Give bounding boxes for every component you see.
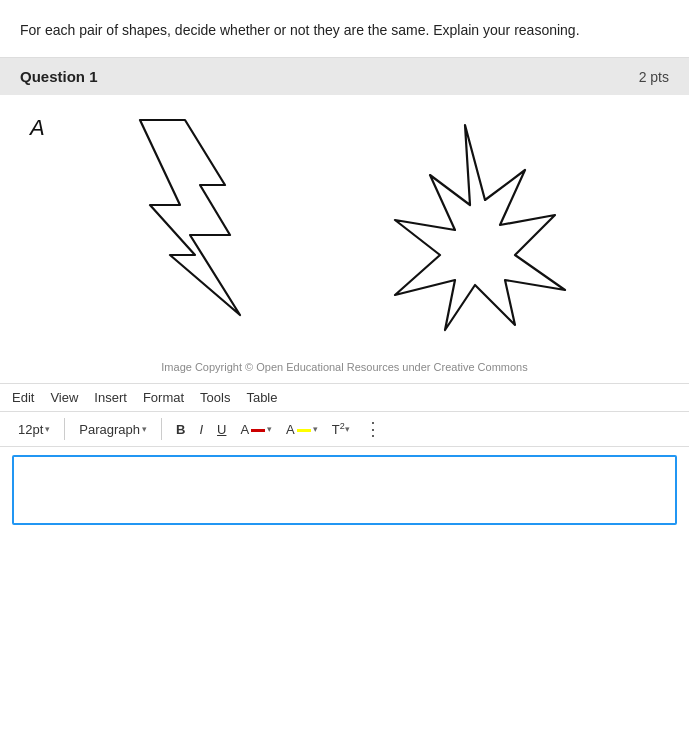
question-pts: 2 pts: [639, 69, 669, 85]
menu-insert[interactable]: Insert: [94, 390, 127, 405]
menu-view[interactable]: View: [50, 390, 78, 405]
menu-tools[interactable]: Tools: [200, 390, 230, 405]
font-color-button[interactable]: A ▾: [234, 419, 278, 440]
svg-marker-1: [395, 125, 565, 330]
shape-label-a: A: [30, 115, 45, 141]
editor-toolbar: 12pt ▾ Paragraph ▾ B I U A ▾ A ▾ T2 ▾ ⋮: [0, 411, 689, 447]
svg-marker-0: [140, 120, 240, 315]
paragraph-style-label: Paragraph: [79, 422, 140, 437]
toolbar-divider-2: [161, 418, 162, 440]
more-options-button[interactable]: ⋮: [358, 416, 388, 442]
italic-button[interactable]: I: [193, 419, 209, 440]
superscript-button[interactable]: T2 ▾: [326, 419, 356, 439]
font-size-select[interactable]: 12pt ▾: [12, 419, 56, 440]
font-color-chevron-icon: ▾: [267, 424, 272, 434]
menu-edit[interactable]: Edit: [12, 390, 34, 405]
font-color-bar: [251, 429, 265, 432]
shapes-row: A: [20, 115, 669, 355]
font-size-label: 12pt: [18, 422, 43, 437]
underline-button[interactable]: U: [211, 419, 232, 440]
superscript-chevron-icon: ▾: [345, 424, 350, 434]
font-size-chevron-icon: ▾: [45, 424, 50, 434]
paragraph-style-chevron-icon: ▾: [142, 424, 147, 434]
highlight-chevron-icon: ▾: [313, 424, 318, 434]
question-title: Question 1: [20, 68, 98, 85]
paragraph-style-select[interactable]: Paragraph ▾: [73, 419, 153, 440]
intro-text: For each pair of shapes, decide whether …: [0, 0, 689, 57]
superscript-label: T2: [332, 422, 345, 436]
highlight-color-button[interactable]: A ▾: [280, 419, 324, 440]
toolbar-divider-1: [64, 418, 65, 440]
shapes-svg: [85, 115, 605, 355]
bold-button[interactable]: B: [170, 419, 191, 440]
highlight-color-bar: [297, 429, 311, 432]
font-color-label: A: [240, 422, 249, 437]
menu-table[interactable]: Table: [246, 390, 277, 405]
image-area: A Image Copyright © Open Educational Res…: [0, 95, 689, 383]
editor-content-area[interactable]: [12, 455, 677, 525]
editor-menubar: Edit View Insert Format Tools Table: [0, 383, 689, 411]
image-copyright: Image Copyright © Open Educational Resou…: [161, 361, 527, 373]
menu-format[interactable]: Format: [143, 390, 184, 405]
question-header: Question 1 2 pts: [0, 58, 689, 95]
highlight-label: A: [286, 422, 295, 437]
